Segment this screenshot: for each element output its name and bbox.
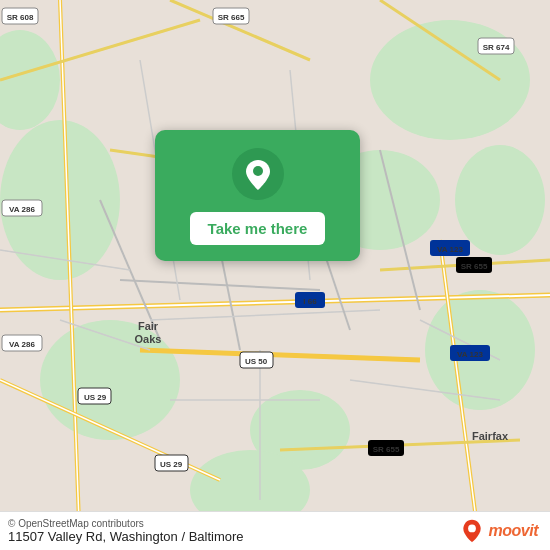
address-text: 11507 Valley Rd, Washington / Baltimore: [8, 529, 244, 544]
bottom-bar: © OpenStreetMap contributors 11507 Valle…: [0, 511, 550, 550]
svg-text:SR 674: SR 674: [483, 43, 510, 52]
svg-text:Fairfax: Fairfax: [472, 430, 509, 442]
svg-text:VA 123: VA 123: [457, 350, 483, 359]
svg-text:SR 665: SR 665: [218, 13, 245, 22]
svg-text:SR 655: SR 655: [461, 262, 488, 271]
svg-text:VA 286: VA 286: [9, 340, 35, 349]
svg-point-73: [468, 525, 476, 533]
svg-text:US 29: US 29: [160, 460, 183, 469]
svg-text:Oaks: Oaks: [135, 333, 162, 345]
svg-text:Fair: Fair: [138, 320, 159, 332]
svg-text:SR 608: SR 608: [7, 13, 34, 22]
map-container: SR 608 SR 665 SR 672 SR 674 VA 286 VA 28…: [0, 0, 550, 550]
svg-text:I 66: I 66: [303, 297, 317, 306]
svg-text:VA 286: VA 286: [9, 205, 35, 214]
moovit-logo: moovit: [459, 518, 538, 544]
location-pin-icon: [232, 148, 284, 200]
bottom-left: © OpenStreetMap contributors 11507 Valle…: [8, 518, 244, 544]
moovit-brand-text: moovit: [489, 522, 538, 540]
svg-point-7: [455, 145, 545, 255]
svg-text:US 29: US 29: [84, 393, 107, 402]
osm-credit: © OpenStreetMap contributors: [8, 518, 244, 529]
svg-point-72: [253, 166, 263, 176]
svg-text:US 50: US 50: [245, 357, 268, 366]
svg-text:VA 123: VA 123: [437, 245, 463, 254]
moovit-pin-icon: [459, 518, 485, 544]
take-me-there-button[interactable]: Take me there: [190, 212, 326, 245]
card-overlay: Take me there: [155, 130, 360, 261]
map-svg: SR 608 SR 665 SR 672 SR 674 VA 286 VA 28…: [0, 0, 550, 550]
svg-text:SR 655: SR 655: [373, 445, 400, 454]
